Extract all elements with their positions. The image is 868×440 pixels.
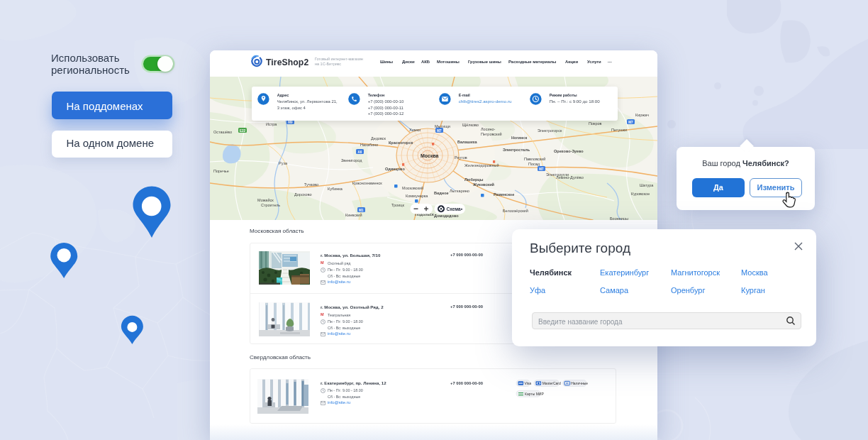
- svg-text:E-mail: E-mail: [459, 93, 471, 97]
- svg-text:Можайск: Можайск: [257, 198, 274, 202]
- svg-text:Наличные: Наличные: [571, 381, 588, 385]
- svg-text:Краснознаменск: Краснознаменск: [352, 181, 382, 185]
- svg-text:M7: M7: [539, 167, 544, 171]
- svg-text:Домодедово: Домодедово: [434, 214, 459, 218]
- svg-text:Железнодорожный: Железнодорожный: [464, 163, 499, 167]
- svg-text:Электросталь: Электросталь: [503, 148, 530, 152]
- svg-text:Московский: Московский: [402, 186, 423, 190]
- svg-text:Строитель: Строитель: [261, 203, 280, 207]
- svg-text:Дорохово: Дорохово: [294, 192, 312, 197]
- svg-text:Одинцово: Одинцово: [385, 167, 405, 171]
- svg-text:Шатура: Шатура: [640, 183, 654, 187]
- svg-text:Visa: Visa: [525, 381, 532, 385]
- svg-text:Ногинск: Ногинск: [511, 136, 527, 140]
- svg-text:Видное: Видное: [434, 191, 449, 195]
- svg-text:Петушки: Петушки: [611, 128, 627, 132]
- svg-text:Лосино-: Лосино-: [481, 127, 496, 131]
- svg-text:Покров: Покров: [589, 121, 602, 126]
- svg-text:Мытищи: Мытищи: [435, 124, 450, 128]
- svg-text:chlb@tires2.aspro-demo.ru: chlb@tires2.aspro-demo.ru: [459, 99, 512, 104]
- svg-text:Киржач: Киржач: [635, 113, 649, 117]
- svg-text:Петровский: Петровский: [481, 132, 502, 136]
- svg-text:Реутов: Реутов: [455, 155, 467, 160]
- svg-text:Схема: Схема: [447, 207, 461, 211]
- svg-text:Балашиха: Балашиха: [457, 140, 478, 144]
- svg-text:Нахабино: Нахабино: [360, 143, 378, 147]
- svg-text:Павловский: Павловский: [524, 157, 545, 161]
- svg-text:Белоозёрский: Белоозёрский: [503, 209, 528, 213]
- svg-text:Звенигород: Звенигород: [341, 158, 362, 163]
- svg-text:Челябинск, ул. Лермонтова 21,: Челябинск, ул. Лермонтова 21,: [277, 99, 338, 104]
- svg-text:M1: M1: [359, 209, 364, 212]
- svg-text:Бронницы: Бронницы: [610, 216, 628, 220]
- svg-text:M7: M7: [628, 121, 633, 124]
- svg-text:E22: E22: [240, 129, 246, 133]
- svg-text:Режим работы: Режим работы: [550, 93, 577, 97]
- svg-text:Истра: Истра: [266, 122, 277, 126]
- svg-text:Тучково: Тучково: [304, 182, 318, 187]
- svg-text:Осташёво: Осташёво: [213, 130, 232, 134]
- svg-text:Лыткарино: Лыткарино: [450, 189, 469, 193]
- svg-text:Пн. – Пт.: с 9:00 до 18:00: Пн. – Пт.: с 9:00 до 18:00: [550, 99, 601, 104]
- svg-text:Коммунарка: Коммунарка: [406, 194, 428, 198]
- svg-text:Посад: Посад: [528, 162, 540, 166]
- svg-text:Дедовск: Дедовск: [371, 136, 386, 141]
- svg-text:+7 (000) 000-00-11: +7 (000) 000-00-11: [368, 106, 404, 110]
- svg-text:Москва: Москва: [421, 153, 439, 158]
- svg-text:Химки: Химки: [409, 128, 421, 132]
- svg-text:Карты МИР: Карты МИР: [525, 392, 544, 396]
- svg-text:Ликино-Дулёво: Ликино-Дулёво: [556, 175, 584, 180]
- svg-text:Электрогорск: Электрогорск: [538, 128, 562, 133]
- svg-text:Люберцы: Люберцы: [464, 177, 484, 182]
- svg-text:Руза: Руза: [279, 161, 288, 165]
- svg-text:+7 (000) 000-00-10: +7 (000) 000-00-10: [368, 99, 404, 104]
- svg-text:Жуковский: Жуковский: [472, 182, 494, 187]
- svg-text:M7: M7: [437, 129, 442, 133]
- svg-text:Поречье: Поречье: [213, 169, 229, 173]
- svg-text:M9: M9: [288, 121, 293, 124]
- svg-text:Троицк: Троицк: [391, 203, 404, 207]
- svg-text:Красногорск: Красногорск: [389, 141, 413, 145]
- svg-text:Адрес: Адрес: [277, 93, 289, 97]
- svg-text:3 этаж, офис 4: 3 этаж, офис 4: [277, 106, 306, 110]
- svg-text:Кубинка: Кубинка: [328, 187, 343, 191]
- svg-text:Куровское: Куровское: [631, 192, 650, 196]
- svg-text:Щёлково: Щёлково: [462, 123, 479, 127]
- svg-text:Орехово-Зуево: Орехово-Зуево: [554, 149, 584, 153]
- svg-text:MasterCard: MasterCard: [542, 381, 561, 385]
- svg-text:Телефон: Телефон: [368, 93, 385, 97]
- svg-text:+7 (000) 000-00-12: +7 (000) 000-00-12: [368, 111, 404, 116]
- svg-text:Раменское: Раменское: [494, 192, 514, 197]
- svg-text:Киевский: Киевский: [345, 213, 362, 217]
- svg-text:A6: A6: [358, 150, 362, 154]
